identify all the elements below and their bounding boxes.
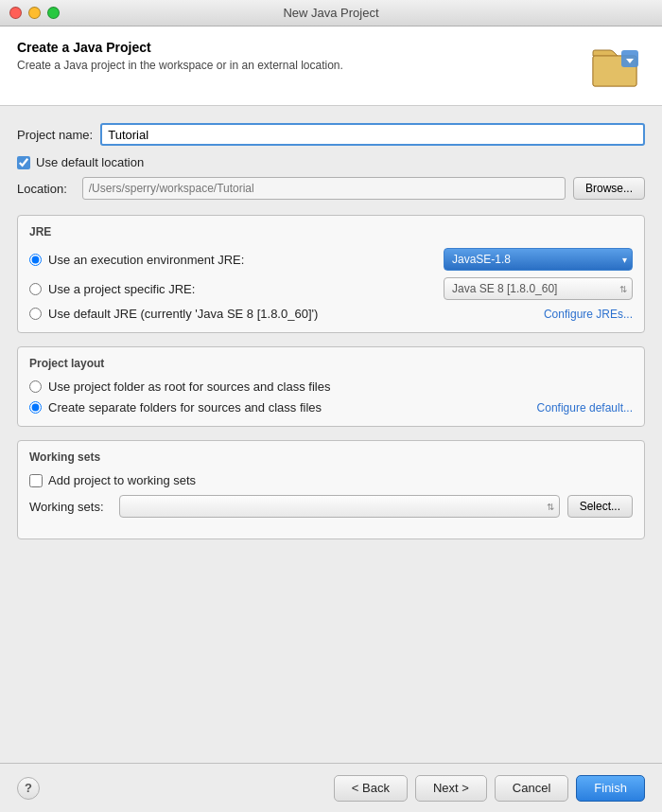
working-sets-select-wrapper: ⇅	[119, 495, 560, 518]
bottom-bar-buttons: < Back Next > Cancel Finish	[334, 775, 645, 802]
working-sets-select[interactable]	[119, 495, 560, 518]
title-bar: New Java Project	[0, 0, 662, 26]
jre-option-2-control: Java SE 8 [1.8.0_60] ⇅	[444, 277, 633, 300]
jre-select-wrapper: JavaSE-1.8 JavaSE-11 JavaSE-17 ▾	[444, 248, 633, 271]
dialog-description: Create a Java project in the workspace o…	[17, 59, 343, 72]
project-icon	[588, 40, 645, 92]
use-default-location-row: Use default location	[17, 155, 645, 169]
jre-option-3-row: Use default JRE (currently 'Java SE 8 [1…	[29, 307, 633, 321]
cancel-button[interactable]: Cancel	[495, 775, 568, 802]
dialog-content: Create a Java Project Create a Java proj…	[0, 26, 662, 812]
dialog-header: Create a Java Project Create a Java proj…	[0, 26, 662, 106]
bottom-bar: ? < Back Next > Cancel Finish	[0, 763, 662, 812]
maximize-button[interactable]	[47, 7, 60, 19]
jre-option-2-radio[interactable]	[29, 283, 42, 295]
finish-button[interactable]: Finish	[576, 775, 645, 802]
jre-option-3-radio[interactable]	[29, 308, 42, 320]
project-name-row: Project name:	[17, 123, 645, 146]
use-default-location-label[interactable]: Use default location	[36, 155, 144, 169]
working-sets-input-row: Working sets: ⇅ Select...	[29, 495, 633, 518]
browse-button[interactable]: Browse...	[573, 177, 645, 200]
layout-option-1-label-part: Use project folder as root for sources a…	[29, 380, 633, 394]
jre-option-3-label[interactable]: Use default JRE (currently 'Java SE 8 [1…	[48, 307, 318, 321]
jre-section: JRE Use an execution environment JRE: Ja…	[17, 215, 645, 333]
use-default-location-checkbox[interactable]	[17, 156, 30, 169]
location-row: Location: Browse...	[17, 177, 645, 200]
location-label: Location:	[17, 182, 67, 196]
jre-section-title: JRE	[29, 225, 633, 238]
configure-jres-link[interactable]: Configure JREs...	[544, 308, 633, 321]
jre-option-1-row: Use an execution environment JRE: JavaSE…	[29, 248, 633, 271]
jre-option-1-label[interactable]: Use an execution environment JRE:	[48, 253, 244, 267]
working-sets-select-button[interactable]: Select...	[567, 495, 633, 518]
help-button[interactable]: ?	[17, 777, 40, 800]
project-layout-section: Project layout Use project folder as roo…	[17, 346, 645, 427]
layout-option-2-row: Create separate folders for sources and …	[29, 400, 633, 415]
jre-environment-select[interactable]: JavaSE-1.8 JavaSE-11 JavaSE-17	[444, 248, 633, 271]
layout-option-2-radio[interactable]	[29, 401, 42, 414]
jre-option-1-control: JavaSE-1.8 JavaSE-11 JavaSE-17 ▾	[444, 248, 633, 271]
jre-specific-select-wrapper: Java SE 8 [1.8.0_60] ⇅	[444, 277, 633, 300]
layout-option-1-label[interactable]: Use project folder as root for sources a…	[48, 380, 330, 394]
jre-option-2-label-part: Use a project specific JRE:	[29, 282, 437, 296]
jre-specific-select[interactable]: Java SE 8 [1.8.0_60]	[444, 277, 633, 300]
location-input[interactable]	[82, 177, 566, 200]
window-title: New Java Project	[283, 6, 378, 20]
jre-option-1-radio[interactable]	[29, 254, 42, 266]
close-button[interactable]	[9, 7, 22, 19]
header-text: Create a Java Project Create a Java proj…	[17, 40, 343, 72]
jre-option-3-label-part: Use default JRE (currently 'Java SE 8 [1…	[29, 307, 537, 321]
jre-configure-link-part: Configure JREs...	[544, 308, 633, 321]
layout-option-2-label-part: Create separate folders for sources and …	[29, 400, 531, 415]
working-sets-section: Working sets Add project to working sets…	[17, 440, 645, 539]
next-button[interactable]: Next >	[415, 775, 487, 802]
configure-default-link[interactable]: Configure default...	[537, 401, 633, 415]
layout-option-2-label[interactable]: Create separate folders for sources and …	[48, 400, 322, 415]
dialog-heading: Create a Java Project	[17, 40, 343, 55]
add-working-sets-label[interactable]: Add project to working sets	[48, 473, 196, 487]
jre-option-2-row: Use a project specific JRE: Java SE 8 [1…	[29, 277, 633, 300]
bottom-bar-left: ?	[17, 777, 334, 800]
jre-option-2-label[interactable]: Use a project specific JRE:	[48, 282, 195, 296]
working-sets-label: Working sets:	[29, 500, 104, 514]
project-name-input[interactable]	[100, 123, 645, 146]
back-button[interactable]: < Back	[334, 775, 408, 802]
add-working-sets-checkbox[interactable]	[29, 474, 43, 487]
layout-option-1-radio[interactable]	[29, 380, 42, 393]
working-sets-title: Working sets	[29, 450, 633, 464]
layout-configure-link-part: Configure default...	[537, 401, 633, 415]
project-name-label: Project name:	[17, 128, 93, 142]
jre-option-1-label-part: Use an execution environment JRE:	[29, 253, 437, 267]
project-layout-title: Project layout	[29, 357, 633, 370]
add-working-sets-row: Add project to working sets	[29, 473, 633, 487]
minimize-button[interactable]	[28, 7, 41, 19]
form-area: Project name: Use default location Locat…	[0, 106, 662, 763]
window-controls	[9, 7, 60, 19]
layout-option-1-row: Use project folder as root for sources a…	[29, 380, 633, 394]
